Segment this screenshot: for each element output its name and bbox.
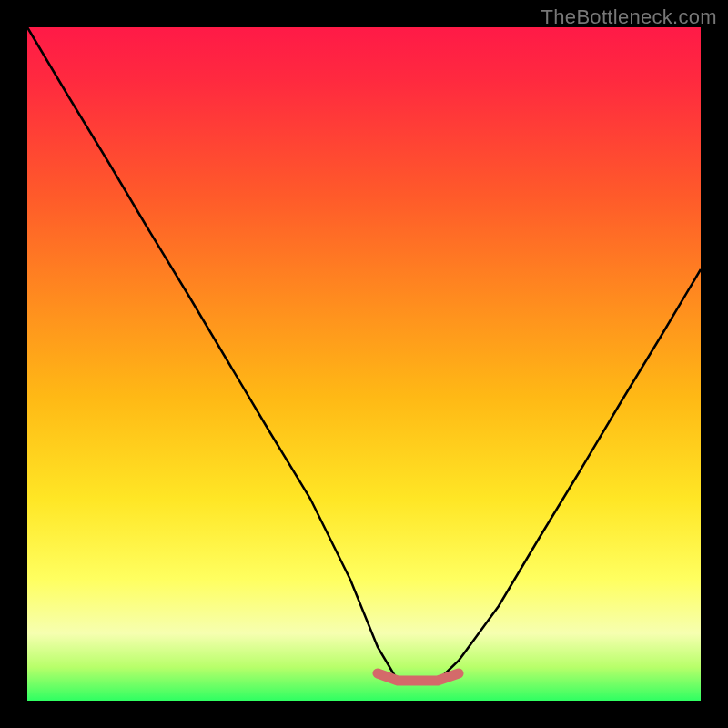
bottleneck-curve-path: [27, 27, 701, 681]
bottom-band-path: [378, 673, 459, 681]
curve-svg: [27, 27, 701, 701]
chart-frame: TheBottleneck.com: [0, 0, 728, 728]
plot-area: [27, 27, 701, 701]
watermark-label: TheBottleneck.com: [541, 5, 717, 29]
